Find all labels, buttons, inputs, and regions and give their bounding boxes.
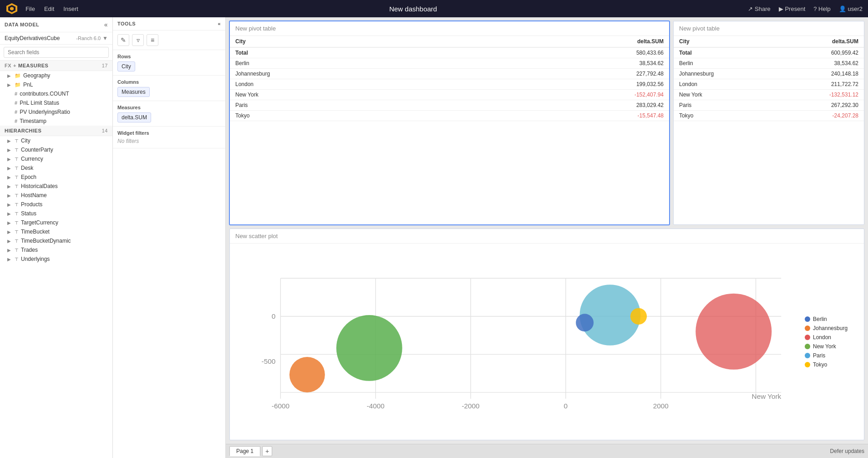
- add-page-btn[interactable]: +: [262, 446, 272, 456]
- table-row: Berlin38,534.62: [674, 58, 864, 69]
- filter2-tool-btn[interactable]: ≡: [147, 34, 158, 46]
- measures-value[interactable]: delta.SUM: [117, 112, 151, 122]
- svg-text:0: 0: [272, 312, 276, 320]
- measure-geography[interactable]: ▶ 📁 Geography: [0, 71, 112, 80]
- svg-text:0: 0: [564, 402, 568, 410]
- measures-section-header: fx + Measures 17: [0, 61, 112, 71]
- bubble-berlin[interactable]: [576, 314, 594, 331]
- help-btn[interactable]: ? Help: [813, 5, 831, 12]
- measure-contributors-count[interactable]: # contributors.COUNT: [0, 89, 112, 98]
- legend-item: Johannesburg: [805, 325, 859, 331]
- edit-tool-btn[interactable]: ✎: [117, 34, 129, 46]
- main-content: New pivot table City delta.SUM Total580,…: [226, 17, 868, 458]
- hier-historicaldates[interactable]: ▶ ⊤ HistoricalDates: [0, 182, 112, 191]
- top-right-actions: ↗ Share ▶ Present ? Help 👤 user2: [748, 5, 863, 12]
- measure-pnl[interactable]: ▶ 📁 PnL: [0, 80, 112, 89]
- hier-desk[interactable]: ▶ ⊤ Desk: [0, 163, 112, 173]
- search-input[interactable]: [4, 47, 109, 58]
- hierarchy-icon: ⊤: [15, 175, 19, 180]
- chevron-right-icon: ▶: [7, 184, 13, 189]
- table-row: Paris267,292.30: [674, 100, 864, 111]
- app-logo[interactable]: [5, 2, 18, 15]
- filter-tool-btn[interactable]: ▿: [132, 34, 144, 46]
- hier-underlyings[interactable]: ▶ ⊤ Underlyings: [0, 254, 112, 264]
- rows-value[interactable]: City: [117, 61, 135, 71]
- table-row: Paris283,029.42: [230, 100, 669, 111]
- left-panel-scroll: fx + Measures 17 ▶ 📁 Geography ▶ 📁 PnL #…: [0, 61, 112, 458]
- hier-products[interactable]: ▶ ⊤ Products: [0, 200, 112, 209]
- bubble-paris[interactable]: [336, 315, 402, 381]
- hierarchy-icon: ⊤: [15, 184, 19, 189]
- hier-timebucketdynamic[interactable]: ▶ ⊤ TimeBucketDynamic: [0, 236, 112, 245]
- bubble-tokyo[interactable]: [630, 308, 647, 325]
- hier-currency[interactable]: ▶ ⊤ Currency: [0, 154, 112, 163]
- chevron-right-icon: ▶: [7, 82, 13, 87]
- svg-text:New York: New York: [752, 392, 782, 400]
- file-menu[interactable]: File: [25, 5, 35, 12]
- chevron-right-icon: ▶: [7, 193, 13, 198]
- hash-icon: #: [15, 118, 17, 124]
- table-row: Johannesburg227,792.48: [230, 69, 669, 79]
- pivot-right-title: New pivot table: [674, 21, 864, 36]
- left-panel: Data Model « EquityDerivativesCube - Ran…: [0, 17, 113, 458]
- main-layout: Data Model « EquityDerivativesCube - Ran…: [0, 17, 868, 458]
- add-measure-btn[interactable]: +: [13, 63, 16, 68]
- collapse-tools-btn[interactable]: «: [218, 21, 221, 26]
- share-btn[interactable]: ↗ Share: [748, 5, 770, 12]
- pivot-right-table: City delta.SUM Total600,959.42Berlin38,5…: [674, 36, 864, 121]
- svg-text:-6000: -6000: [272, 402, 289, 410]
- hier-epoch[interactable]: ▶ ⊤ Epoch: [0, 173, 112, 182]
- insert-menu[interactable]: Insert: [63, 5, 78, 12]
- hier-city[interactable]: ▶ ⊤ City: [0, 136, 112, 145]
- pivot-right-col-city: City: [674, 36, 775, 47]
- present-btn[interactable]: ▶ Present: [779, 5, 805, 12]
- measure-pv-underlyingsratio[interactable]: # PV UnderlyingsRatio: [0, 107, 112, 117]
- chevron-right-icon: ▶: [7, 239, 13, 244]
- scatter-card[interactable]: New scatter plot: [229, 229, 864, 440]
- tools-header: Tools «: [113, 17, 225, 31]
- pivot-left-col-city: City: [230, 36, 463, 47]
- pivot-row: New pivot table City delta.SUM Total580,…: [226, 17, 868, 227]
- dashboard-area: New pivot table City delta.SUM Total580,…: [226, 17, 868, 444]
- bubble-johannesburg[interactable]: [289, 357, 325, 392]
- cube-selector[interactable]: EquityDerivativesCube - Ranch 6.0 ▼: [0, 32, 112, 45]
- svg-text:-2000: -2000: [462, 402, 479, 410]
- columns-value[interactable]: Measures: [117, 87, 150, 97]
- user-btn[interactable]: 👤 user2: [839, 5, 863, 12]
- hier-counterparty[interactable]: ▶ ⊤ CounterParty: [0, 145, 112, 154]
- hier-timebucket[interactable]: ▶ ⊤ TimeBucket: [0, 227, 112, 236]
- hierarchy-icon: ⊤: [15, 138, 19, 143]
- bubble-london[interactable]: [695, 294, 772, 370]
- edit-menu[interactable]: Edit: [44, 5, 54, 12]
- hier-trades[interactable]: ▶ ⊤ Trades: [0, 245, 112, 254]
- pivot-right-col-delta: delta.SUM: [775, 36, 864, 47]
- table-row: Tokyo-15,547.48: [230, 111, 669, 121]
- fx-icon[interactable]: fx: [5, 63, 11, 68]
- measures-label: Measures: [117, 105, 221, 110]
- chevron-right-icon: ▶: [7, 220, 13, 225]
- scatter-title: New scatter plot: [230, 229, 864, 244]
- legend-dot: [805, 326, 810, 331]
- scatter-legend: BerlinJohannesburgLondonNew YorkParisTok…: [800, 244, 864, 440]
- measure-pnl-limit-status[interactable]: # PnL Limit Status: [0, 98, 112, 107]
- hash-icon: #: [15, 109, 17, 115]
- legend-dot: [805, 335, 810, 340]
- hier-hostname[interactable]: ▶ ⊤ HostName: [0, 191, 112, 200]
- legend-item: New York: [805, 343, 859, 350]
- columns-label: Columns: [117, 79, 221, 85]
- pivot-left-table: City delta.SUM Total580,433.66Berlin38,5…: [230, 36, 669, 121]
- collapse-left-btn[interactable]: «: [104, 21, 108, 28]
- chevron-right-icon: ▶: [7, 248, 13, 253]
- scatter-svg: -6000 -4000 -2000 0 2000 0 -500: [230, 244, 800, 440]
- page-tab-1[interactable]: Page 1: [229, 446, 260, 456]
- cube-chevron-icon: ▼: [102, 35, 108, 41]
- hier-status[interactable]: ▶ ⊤ Status: [0, 209, 112, 218]
- scatter-content: -6000 -4000 -2000 0 2000 0 -500: [230, 244, 864, 440]
- defer-updates-btn[interactable]: Defer updates: [830, 448, 864, 454]
- hierarchy-icon: ⊤: [15, 248, 19, 253]
- hier-targetcurrency[interactable]: ▶ ⊤ TargetCurrency: [0, 218, 112, 227]
- svg-text:-500: -500: [262, 357, 276, 365]
- measure-timestamp[interactable]: # Timestamp: [0, 117, 112, 126]
- pivot-right-card[interactable]: New pivot table City delta.SUM Total600,…: [673, 21, 864, 225]
- pivot-left-card[interactable]: New pivot table City delta.SUM Total580,…: [229, 21, 670, 225]
